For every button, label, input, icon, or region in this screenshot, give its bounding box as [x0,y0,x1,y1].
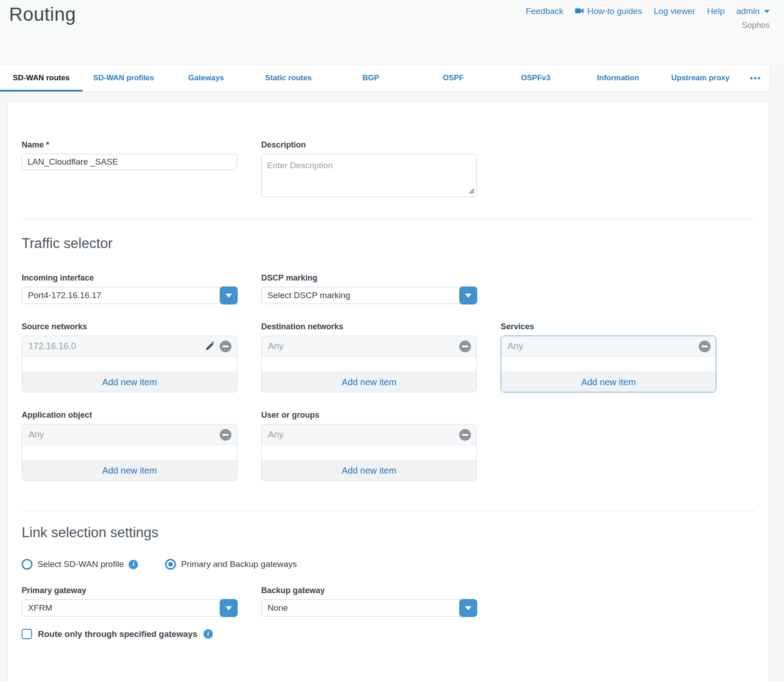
tab-sd-wan-profiles[interactable]: SD-WAN profiles [83,65,165,91]
page-header: Routing Feedback How-to guides Log viewe… [0,0,784,65]
remove-item-icon[interactable] [220,341,231,352]
incoming-interface-dropdown[interactable]: Port4-172.16.16.17 [22,287,237,304]
listbox-empty-area [262,357,476,372]
triangle-down-icon [465,606,471,610]
backup-gateway-label: Backup gateway [261,586,477,595]
gateways-row: Primary gateway XFRM Backup gateway None [22,586,755,617]
dropdown-arrow-button[interactable] [220,599,238,617]
backup-gateway-dropdown[interactable]: None [261,599,477,617]
list-item-value: Any [268,341,283,351]
list-item-value: 172.16.16.0 [28,341,76,351]
primary-backup-radio[interactable] [165,559,176,570]
section-divider [22,219,755,219]
listbox-empty-area [22,357,237,372]
list-item[interactable]: Any [262,424,476,445]
listbox-empty-area [262,445,476,460]
tab-information[interactable]: Information [577,65,659,91]
triangle-down-icon [465,294,471,298]
link-selection-heading: Link selection settings [22,525,755,541]
remove-item-icon[interactable] [459,341,471,352]
triangle-down-icon [226,294,232,298]
tab-ospf[interactable]: OSPF [412,65,494,91]
list-item-value: Any [28,429,44,440]
resize-handle-icon[interactable] [467,187,475,196]
add-new-item-button[interactable]: Add new item [262,460,476,480]
primary-gateway-dropdown[interactable]: XFRM [22,599,237,617]
howto-guides-label: How-to guides [587,6,642,16]
admin-menu[interactable]: admin [736,6,770,16]
listbox-empty-area [22,445,237,460]
page-title: Routing [9,4,76,25]
list-item[interactable]: Any [501,336,716,357]
source-networks-listbox: 172.16.16.0 Add new item [22,336,237,392]
add-new-item-button[interactable]: Add new item [22,460,237,480]
destination-networks-label: Destination networks [261,322,477,332]
dropdown-arrow-button[interactable] [459,599,477,617]
route-only-checkbox[interactable] [22,629,32,639]
triangle-down-icon [226,606,232,610]
tab-ospfv3[interactable]: OSPFv3 [494,65,577,91]
routing-tabbar: SD-WAN routes SD-WAN profiles Gateways S… [0,65,770,92]
edit-pencil-icon[interactable] [205,341,215,351]
incoming-interface-label: Incoming interface [22,273,237,283]
feedback-link[interactable]: Feedback [526,6,563,16]
required-asterisk: * [46,140,49,149]
add-new-item-button[interactable]: Add new item [501,372,716,392]
list-item-value: Any [507,341,523,351]
list-item[interactable]: Any [262,336,476,357]
user-or-groups-listbox: Any Add new item [261,424,477,481]
backup-gateway-value: None [261,599,477,617]
log-viewer-link[interactable]: Log viewer [654,6,695,16]
incoming-interface-value: Port4-172.16.16.17 [22,287,237,304]
description-label: Description [261,140,477,150]
application-object-label: Application object [22,410,237,420]
tab-sd-wan-routes[interactable]: SD-WAN routes [0,65,83,91]
info-icon[interactable]: i [203,629,213,639]
dscp-marking-dropdown[interactable]: Select DSCP marking [261,287,477,304]
services-label: Services [501,322,716,332]
tab-gateways[interactable]: Gateways [165,65,247,91]
video-camera-icon [575,6,584,16]
sdwan-profile-radio[interactable] [22,559,32,570]
list-item[interactable]: Any [22,424,237,445]
user-or-groups-label: User or groups [261,410,477,420]
tab-upstream-proxy[interactable]: Upstream proxy [659,65,742,91]
link-selection-radios: Select SD-WAN profile i Primary and Back… [22,559,755,570]
application-users-row: Application object Any Add new item User… [22,410,755,481]
traffic-selector-heading: Traffic selector [22,235,755,252]
add-new-item-button[interactable]: Add new item [22,372,237,392]
dscp-marking-value: Select DSCP marking [261,287,477,304]
add-new-item-button[interactable]: Add new item [262,372,476,392]
brand-text: Sophos [742,21,770,30]
tab-static-routes[interactable]: Static routes [247,65,330,91]
primary-backup-radio-label: Primary and Backup gateways [181,559,297,569]
name-input[interactable] [22,154,237,170]
remove-item-icon[interactable] [459,429,471,441]
radio-group-primary-backup: Primary and Backup gateways [165,559,297,570]
howto-guides-link[interactable]: How-to guides [575,6,642,16]
destination-networks-listbox: Any Add new item [261,336,477,392]
description-textarea[interactable] [261,154,477,197]
source-networks-label: Source networks [22,322,237,332]
info-icon[interactable]: i [129,560,138,569]
sdwan-profile-radio-label: Select SD-WAN profile [37,559,124,569]
admin-label: admin [736,6,760,16]
listbox-empty-area [501,357,716,372]
primary-gateway-label: Primary gateway [22,586,237,595]
dscp-marking-label: DSCP marking [261,273,477,283]
application-object-listbox: Any Add new item [22,424,237,481]
route-only-label: Route only through specified gateways [38,629,198,639]
dropdown-arrow-button[interactable] [220,286,238,304]
tab-overflow-menu[interactable]: ••• [742,65,770,91]
radio-group-sdwan-profile: Select SD-WAN profile i [22,559,138,570]
help-link[interactable]: Help [707,6,724,16]
sd-wan-route-form-card: Name * Description Traffic selector Inco… [7,101,769,682]
chevron-down-icon [764,10,770,13]
name-description-row: Name * Description [22,140,755,199]
dropdown-arrow-button[interactable] [459,286,477,304]
route-only-row: Route only through specified gateways i [22,629,755,639]
tab-bgp[interactable]: BGP [330,65,412,91]
remove-item-icon[interactable] [699,341,710,352]
remove-item-icon[interactable] [220,429,231,441]
list-item[interactable]: 172.16.16.0 [22,336,237,357]
